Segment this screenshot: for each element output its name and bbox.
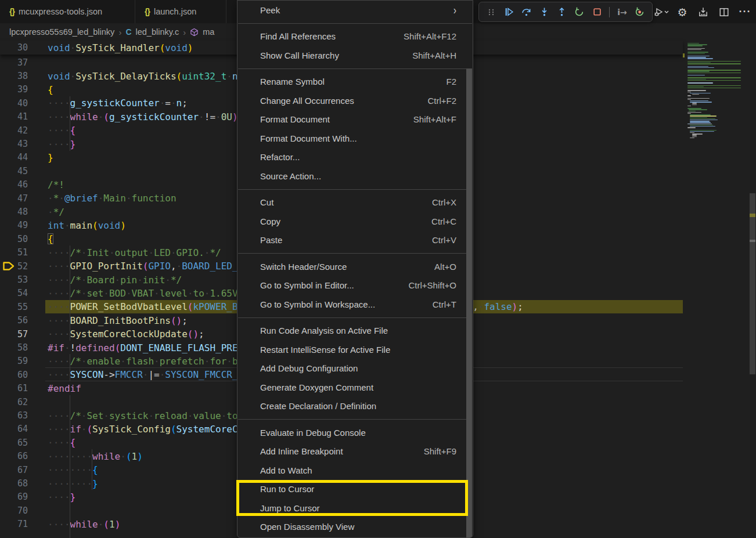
menu-item-cut[interactable]: CutCtrl+X <box>237 193 473 212</box>
line-number[interactable]: 45 <box>0 166 28 176</box>
reset-device-icon[interactable] <box>632 4 647 20</box>
menu-item-peek[interactable]: Peek› <box>237 1 473 20</box>
menu-item-run-code-analysis-on-active-file[interactable]: Run Code Analysis on Active File <box>237 322 473 341</box>
line-number[interactable]: 47 <box>0 193 28 204</box>
tab-launch-json[interactable]: {} launch.json <box>135 0 226 23</box>
line-number[interactable]: 55 <box>0 302 28 312</box>
minimap-line <box>687 112 701 113</box>
line-number[interactable]: 59 <box>0 356 28 366</box>
menu-item-restart-intellisense-for-active-file[interactable]: Restart IntelliSense for Active File <box>237 340 473 359</box>
menu-item-find-all-references[interactable]: Find All ReferencesShift+Alt+F12 <box>237 27 473 46</box>
line-number[interactable]: 50 <box>0 234 28 244</box>
menu-item-refactor[interactable]: Refactor... <box>237 148 473 167</box>
more-actions-icon[interactable]: ··· <box>736 3 754 21</box>
editor-actions: ⚙··· <box>653 2 754 22</box>
minimap[interactable] <box>683 42 749 538</box>
instruction-step-icon[interactable]: i→ <box>614 4 629 20</box>
menu-item-go-to-symbol-in-workspace[interactable]: Go to Symbol in Workspace...Ctrl+T <box>237 295 473 314</box>
tab-mcuxpresso-tools-json[interactable]: {} mcuxpresso-tools.json <box>0 0 135 23</box>
line-number[interactable]: 62 <box>0 397 28 407</box>
line-number[interactable]: 70 <box>0 505 28 516</box>
step-out-icon[interactable] <box>554 4 569 20</box>
menu-item-format-document[interactable]: Format DocumentShift+Alt+F <box>237 110 473 129</box>
line-number[interactable]: 58 <box>0 342 28 353</box>
line-number[interactable]: 46 <box>0 179 28 190</box>
line-number[interactable]: 40 <box>0 98 28 109</box>
menu-item-rename-symbol[interactable]: Rename SymbolF2 <box>237 73 473 92</box>
minimap-line <box>687 56 710 56</box>
line-number[interactable]: 39 <box>0 84 28 95</box>
menu-item-add-debug-configuration[interactable]: Add Debug Configuration <box>237 359 473 378</box>
line-number[interactable]: 48 <box>0 207 28 217</box>
step-over-icon[interactable] <box>519 4 534 20</box>
line-number[interactable]: 67 <box>0 465 28 475</box>
minimap-line <box>692 133 703 134</box>
restart-icon[interactable] <box>572 4 587 20</box>
menu-item-format-document-with[interactable]: Format Document With... <box>237 129 473 148</box>
code-text: ····/*·set·BOD·VBAT·level·to·1.65V·*/ <box>48 288 255 299</box>
line-number[interactable]: 42 <box>0 125 28 136</box>
menu-item-generate-doxygen-comment[interactable]: Generate Doxygen Comment <box>237 378 473 397</box>
menu-item-add-inline-breakpoint[interactable]: Add Inline BreakpointShift+F9 <box>237 442 473 461</box>
line-number[interactable]: 66 <box>0 451 28 461</box>
breadcrumb-file[interactable]: led_blinky.c <box>136 27 179 37</box>
menu-item-shortcut: Ctrl+T <box>433 299 456 309</box>
line-number[interactable]: 41 <box>0 111 28 122</box>
line-number[interactable]: 64 <box>0 424 28 434</box>
line-number[interactable]: 57 <box>0 329 28 340</box>
line-number[interactable]: 43 <box>0 139 28 149</box>
line-number[interactable]: 51 <box>0 247 28 258</box>
menu-item-create-declaration-definition[interactable]: Create Declaration / Definition <box>237 397 473 416</box>
menu-item-go-to-symbol-in-editor[interactable]: Go to Symbol in Editor...Ctrl+Shift+O <box>237 276 473 295</box>
step-into-icon[interactable] <box>537 4 552 20</box>
minimap-line <box>692 104 697 105</box>
menu-item-copy[interactable]: CopyCtrl+C <box>237 212 473 231</box>
line-number[interactable]: 68 <box>0 478 28 489</box>
continue-icon[interactable] <box>501 4 516 20</box>
line-number[interactable]: 49 <box>0 220 28 230</box>
run-or-debug-icon[interactable] <box>653 3 670 21</box>
menu-item-paste[interactable]: PasteCtrl+V <box>237 231 473 250</box>
line-number[interactable]: 53 <box>0 275 28 285</box>
line-number[interactable]: 37 <box>0 57 28 68</box>
line-number[interactable]: 56 <box>0 315 28 326</box>
menu-item-evaluate-in-debug-console[interactable]: Evaluate in Debug Console <box>237 423 473 442</box>
editor-scrollbar[interactable] <box>749 41 756 538</box>
line-number[interactable]: 65 <box>0 438 28 448</box>
line-number[interactable]: 61 <box>0 383 28 393</box>
menu-item-change-all-occurrences[interactable]: Change All OccurrencesCtrl+F2 <box>237 91 473 110</box>
json-braces-icon: {} <box>145 7 150 16</box>
flash-download-icon[interactable] <box>694 3 712 21</box>
menu-item-jump-to-cursor[interactable]: Jump to Cursor <box>237 499 473 518</box>
menu-item-shortcut: Shift+F9 <box>424 446 456 456</box>
scrollbar-thumb[interactable] <box>750 193 755 374</box>
menu-item-run-to-cursor[interactable]: Run to Cursor <box>237 480 473 499</box>
drag-grip-icon[interactable] <box>484 4 499 20</box>
stop-icon[interactable] <box>589 4 604 20</box>
breadcrumb-symbol[interactable]: ma <box>203 27 214 37</box>
settings-gear-icon[interactable]: ⚙ <box>674 3 691 21</box>
menu-separator <box>238 253 472 254</box>
breadcrumb-project[interactable]: lpcxpresso55s69_led_blinky <box>9 27 114 37</box>
line-number[interactable]: 60 <box>0 370 28 380</box>
line-number[interactable]: 38 <box>0 71 28 81</box>
menu-item-shortcut: Ctrl+Shift+O <box>408 280 456 290</box>
menu-item-add-to-watch[interactable]: Add to Watch <box>237 461 473 480</box>
menu-item-open-disassembly-view[interactable]: Open Disassembly View <box>237 518 473 537</box>
code-text: ········} <box>48 478 98 489</box>
json-braces-icon: {} <box>9 7 15 16</box>
context-menu-scrollbar-thumb[interactable] <box>466 68 472 538</box>
menu-item-switch-header-source[interactable]: Switch Header/SourceAlt+O <box>237 257 473 276</box>
menu-item-show-call-hierarchy[interactable]: Show Call HierarchyShift+Alt+H <box>237 46 473 65</box>
menu-item-source-action[interactable]: Source Action... <box>237 167 473 186</box>
line-number[interactable]: 71 <box>0 519 28 529</box>
chevron-right-icon: › <box>118 27 121 37</box>
line-number[interactable]: 54 <box>0 288 28 298</box>
split-editor-icon[interactable] <box>715 3 733 21</box>
debug-current-statement-arrow-icon[interactable] <box>2 261 16 271</box>
minimap-line <box>689 109 707 110</box>
line-number[interactable]: 44 <box>0 152 28 163</box>
line-number[interactable]: 63 <box>0 410 28 421</box>
line-number[interactable]: 69 <box>0 492 28 502</box>
code-text: ····/*·Init·output·LED·GPIO.·*/ <box>48 247 221 258</box>
